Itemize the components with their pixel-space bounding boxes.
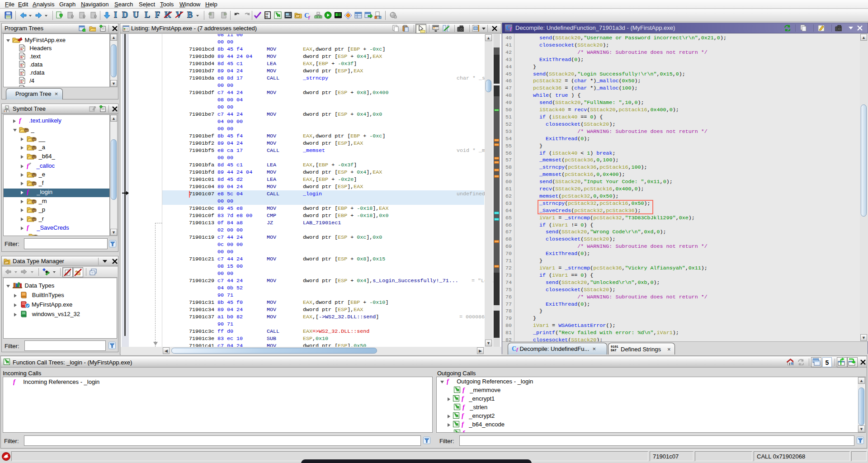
svg-text:f: f bbox=[308, 14, 311, 19]
svg-text:DT: DT bbox=[296, 15, 300, 18]
svg-text:DT: DT bbox=[5, 261, 9, 264]
svg-text:01: 01 bbox=[265, 15, 269, 18]
